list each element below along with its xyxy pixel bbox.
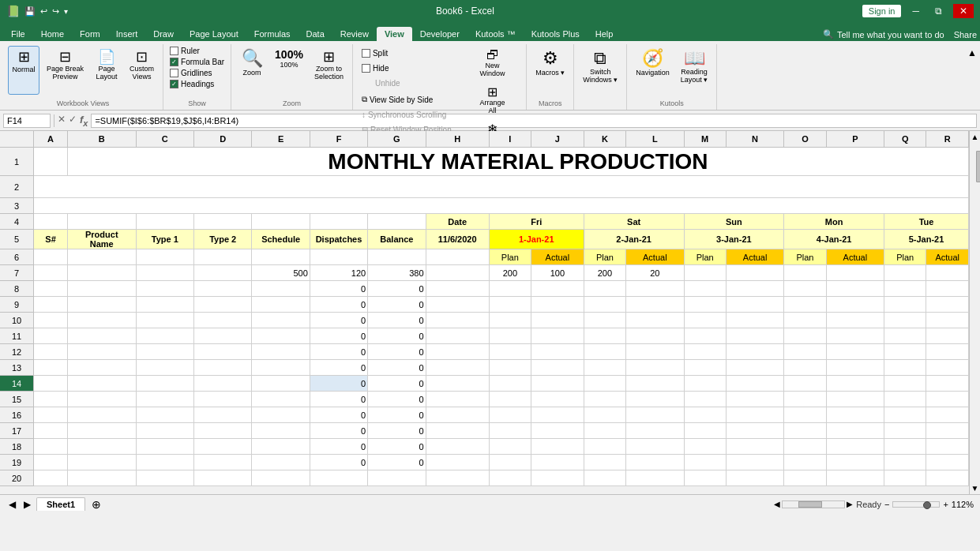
gridlines-checkbox[interactable]: [170, 69, 178, 77]
cell-G14[interactable]: 0: [368, 376, 426, 392]
cell-R7[interactable]: [926, 265, 969, 281]
cell-K6[interactable]: Plan: [584, 249, 625, 265]
sheet-tab-sheet1[interactable]: Sheet1: [36, 497, 85, 511]
cell-K4[interactable]: Sat: [584, 214, 684, 230]
cell-F11[interactable]: 0: [310, 328, 367, 344]
cell-F15[interactable]: 0: [310, 392, 367, 407]
col-header-B[interactable]: B: [67, 131, 136, 148]
cell-G12[interactable]: 0: [368, 344, 426, 360]
cell-G13[interactable]: 0: [368, 360, 426, 376]
cell-O7[interactable]: [784, 265, 826, 281]
cell-M4[interactable]: Sun: [684, 214, 784, 230]
quick-access-undo[interactable]: ↩: [40, 6, 47, 17]
btn-switch-windows[interactable]: ⧉ SwitchWindows ▾: [579, 46, 621, 95]
cell-E5[interactable]: Schedule: [252, 230, 310, 249]
cell-G6[interactable]: [368, 249, 426, 265]
cell-row2[interactable]: [34, 176, 969, 198]
cell-Q4[interactable]: Tue: [884, 214, 969, 230]
cell-M6[interactable]: Plan: [684, 249, 726, 265]
cell-M7[interactable]: [684, 265, 726, 281]
cell-O6[interactable]: Plan: [784, 249, 826, 265]
zoom-control[interactable]: − + 112%: [884, 500, 974, 509]
col-header-N[interactable]: N: [726, 131, 783, 148]
row-header-11[interactable]: 11: [0, 328, 34, 344]
col-header-K[interactable]: K: [584, 131, 625, 148]
tab-kutools-plus[interactable]: Kutools Plus: [524, 27, 588, 41]
col-header-C[interactable]: C: [136, 131, 193, 148]
cell-G19[interactable]: 0: [368, 455, 426, 470]
tab-insert[interactable]: Insert: [108, 27, 146, 41]
cell-Q7[interactable]: [884, 265, 926, 281]
cell-F10[interactable]: 0: [310, 313, 367, 328]
cell-H5[interactable]: 11/6/2020: [426, 230, 489, 249]
cell-reference-box[interactable]: [3, 114, 51, 128]
row-header-16[interactable]: 16: [0, 407, 34, 423]
cell-F4[interactable]: [310, 214, 367, 230]
cell-D7[interactable]: [194, 265, 252, 281]
hide-checkbox[interactable]: [362, 64, 370, 73]
tab-review[interactable]: Review: [332, 27, 377, 41]
cell-H6[interactable]: [426, 249, 489, 265]
cell-H4[interactable]: Date: [426, 214, 489, 230]
col-header-L[interactable]: L: [626, 131, 684, 148]
col-header-I[interactable]: I: [489, 131, 531, 148]
tab-form[interactable]: Form: [72, 27, 108, 41]
cell-F16[interactable]: 0: [310, 407, 367, 423]
tab-developer[interactable]: Developer: [412, 27, 467, 41]
btn-new-window[interactable]: 🗗 NewWindow: [464, 46, 522, 81]
cell-C7[interactable]: [136, 265, 193, 281]
unhide-btn[interactable]: Unhide: [358, 76, 456, 90]
split-checkbox[interactable]: [362, 49, 370, 58]
cell-D6[interactable]: [194, 249, 252, 265]
cell-G11[interactable]: 0: [368, 328, 426, 344]
cell-B7[interactable]: [67, 265, 136, 281]
cell-B4[interactable]: [67, 214, 136, 230]
split-check[interactable]: Split: [358, 46, 456, 60]
btn-page-break-preview[interactable]: ⊟ Page BreakPreview: [43, 46, 88, 95]
confirm-formula-icon[interactable]: ✓: [69, 114, 77, 128]
row-header-3[interactable]: 3: [0, 198, 34, 214]
cell-D5[interactable]: Type 2: [194, 230, 252, 249]
cell-D4[interactable]: [194, 214, 252, 230]
tab-data[interactable]: Data: [299, 27, 332, 41]
col-header-O[interactable]: O: [784, 131, 826, 148]
cell-B5[interactable]: ProductName: [67, 230, 136, 249]
row-header-9[interactable]: 9: [0, 297, 34, 313]
cell-I6[interactable]: Plan: [489, 249, 531, 265]
btn-zoom-100[interactable]: 100% 100%: [271, 46, 307, 95]
cell-M5[interactable]: 3-Jan-21: [684, 230, 784, 249]
cell-F6[interactable]: [310, 249, 367, 265]
cell-O4[interactable]: Mon: [784, 214, 884, 230]
cell-R6[interactable]: Actual: [926, 249, 969, 265]
row-header-8[interactable]: 8: [0, 281, 34, 297]
cell-F7[interactable]: 120: [310, 265, 367, 281]
formula-bar-checkbox[interactable]: ✓: [170, 58, 178, 66]
zoom-slider[interactable]: [892, 501, 940, 508]
cell-F17[interactable]: 0: [310, 423, 367, 439]
cell-F12[interactable]: 0: [310, 344, 367, 360]
cell-F5[interactable]: Dispatches: [310, 230, 367, 249]
col-header-D[interactable]: D: [194, 131, 252, 148]
cell-Q5[interactable]: 5-Jan-21: [884, 230, 969, 249]
tab-page-layout[interactable]: Page Layout: [182, 27, 246, 41]
col-header-G[interactable]: G: [368, 131, 426, 148]
cell-H7[interactable]: [426, 265, 489, 281]
cell-G10[interactable]: 0: [368, 313, 426, 328]
cell-A7[interactable]: [34, 265, 68, 281]
cell-G7[interactable]: 380: [368, 265, 426, 281]
close-icon[interactable]: ✕: [953, 4, 974, 18]
cell-P6[interactable]: Actual: [826, 249, 884, 265]
ruler-check[interactable]: Ruler: [168, 46, 226, 56]
btn-navigation[interactable]: 🧭 Navigation: [632, 46, 674, 95]
restore-icon[interactable]: ⧉: [930, 4, 947, 18]
col-header-R[interactable]: R: [926, 131, 969, 148]
cell-C6[interactable]: [136, 249, 193, 265]
tab-help[interactable]: Help: [588, 27, 621, 41]
col-header-E[interactable]: E: [252, 131, 310, 148]
cell-I5[interactable]: 1-Jan-21: [489, 230, 584, 249]
ruler-checkbox[interactable]: [170, 47, 178, 55]
cell-row3[interactable]: [34, 198, 969, 214]
btn-zoom-selection[interactable]: ⊞ Zoom toSelection: [310, 46, 347, 95]
headings-check[interactable]: ✓ Headings: [168, 79, 226, 89]
cell-P7[interactable]: [826, 265, 884, 281]
